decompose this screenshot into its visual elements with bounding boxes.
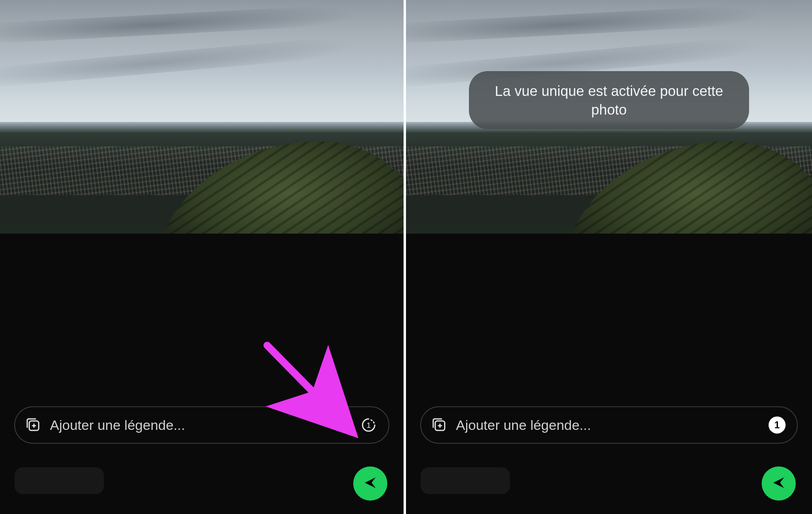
- send-icon: [362, 475, 378, 492]
- caption-input[interactable]: [50, 417, 359, 433]
- add-media-icon[interactable]: [430, 416, 449, 434]
- view-once-toggle-active[interactable]: 1: [768, 416, 786, 434]
- screen-left: 1: [0, 0, 406, 514]
- view-once-toggle[interactable]: 1: [359, 416, 378, 434]
- svg-text:1: 1: [367, 421, 371, 429]
- recipient-chip[interactable]: [421, 467, 510, 494]
- caption-bar: 1: [420, 406, 798, 444]
- recipient-chip[interactable]: [15, 467, 104, 494]
- toast-text: La vue unique est activée pour cette pho…: [495, 83, 723, 117]
- photo-preview[interactable]: [0, 0, 404, 234]
- caption-bar: 1: [14, 406, 389, 444]
- photo-preview[interactable]: La vue unique est activée pour cette pho…: [406, 0, 812, 234]
- send-button[interactable]: [353, 466, 387, 501]
- view-once-toast: La vue unique est activée pour cette pho…: [469, 71, 749, 129]
- send-icon: [771, 475, 787, 492]
- add-media-icon[interactable]: [24, 416, 43, 434]
- caption-input[interactable]: [456, 417, 768, 433]
- dual-screenshot-container: 1: [0, 0, 812, 514]
- view-once-active-badge: 1: [769, 416, 786, 434]
- screen-right: La vue unique est activée pour cette pho…: [406, 0, 812, 514]
- send-button[interactable]: [762, 466, 796, 501]
